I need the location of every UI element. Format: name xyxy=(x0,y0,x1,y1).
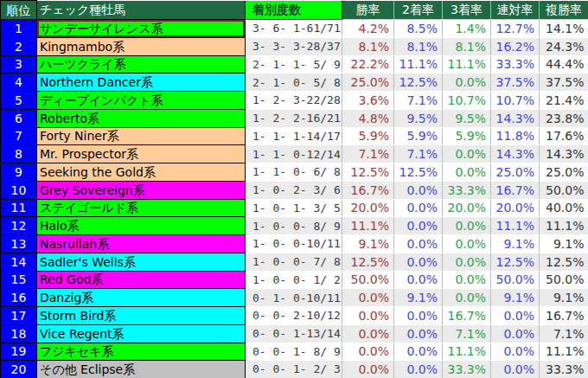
third-rate-cell: 0.0% xyxy=(443,289,491,307)
sire-name-cell[interactable]: Danzig系 xyxy=(37,289,246,307)
third-rate-cell: 5.9% xyxy=(443,127,491,145)
finish-counts-cell: 1- 0- 0- 1/ 2 xyxy=(246,271,342,289)
win-rate-cell: 20.0% xyxy=(342,199,394,217)
rank-cell: 17 xyxy=(1,307,37,325)
table-row: 4 Northern Dancer系 2- 1- 0- 5/ 8 25.0% 1… xyxy=(1,74,588,92)
win-rate-cell: 5.9% xyxy=(342,127,394,145)
sire-name-cell[interactable]: Nasrullah系 xyxy=(37,235,246,253)
top2-rate-cell: 0.0% xyxy=(491,361,540,378)
table-row: 19 フジキセキ系 0- 0- 1- 8/ 9 0.0% 0.0% 11.1% … xyxy=(1,343,588,361)
top3-rate-cell: 50.0% xyxy=(540,181,588,199)
third-rate-cell: 16.7% xyxy=(443,307,491,325)
top2-rate-cell: 11.1% xyxy=(491,217,540,235)
second-rate-cell: 9.5% xyxy=(394,109,443,127)
top2-rate-cell: 33.3% xyxy=(491,55,540,74)
third-rate-cell: 20.0% xyxy=(443,199,491,217)
finish-counts-cell: 1- 0- 0-10/11 xyxy=(246,235,342,253)
top2-rate-cell: 0.0% xyxy=(491,307,540,325)
sire-name-cell[interactable]: Sadler's Wells系 xyxy=(37,253,246,271)
sire-name-cell[interactable]: Vice Regent系 xyxy=(37,324,246,343)
third-rate-cell: 10.7% xyxy=(443,92,491,110)
sire-name-cell[interactable]: ハーツクライ系 xyxy=(37,55,246,74)
sire-name-cell[interactable]: ディープインパクト系 xyxy=(37,92,246,110)
sire-name-cell[interactable]: フジキセキ系 xyxy=(37,343,246,361)
second-rate-cell: 0.0% xyxy=(394,235,443,253)
sire-name-cell[interactable]: Red God系 xyxy=(37,271,246,289)
table-row: 15 Red God系 1- 0- 0- 1/ 2 50.0% 0.0% 0.0… xyxy=(1,271,588,289)
rank-cell: 12 xyxy=(1,217,37,235)
column-header-top2-rate[interactable]: 連対率 xyxy=(491,1,540,20)
top3-rate-cell: 40.0% xyxy=(540,199,588,217)
sire-name-cell[interactable]: Seeking the Gold系 xyxy=(37,163,246,182)
third-rate-cell: 7.1% xyxy=(443,324,491,343)
top3-rate-cell: 7.1% xyxy=(540,324,588,343)
sire-name-cell[interactable]: その他 Eclipse系 xyxy=(37,361,246,378)
win-rate-cell: 25.0% xyxy=(342,74,394,92)
column-header-win-rate[interactable]: 勝率 xyxy=(342,1,394,20)
rank-cell: 20 xyxy=(1,361,37,378)
second-rate-cell: 12.5% xyxy=(394,163,443,182)
finish-counts-cell: 1- 0- 0- 8/ 9 xyxy=(246,217,342,235)
finish-counts-cell: 1- 2- 3-22/28 xyxy=(246,92,342,110)
sire-line-stats-table: 順位 チェック種牡馬 着別度数 勝率 2着率 3着率 連対率 複勝率 1 サンデ… xyxy=(0,0,588,378)
finish-counts-cell: 1- 0- 1- 3/ 5 xyxy=(246,199,342,217)
top3-rate-cell: 11.1% xyxy=(540,343,588,361)
column-header-top3-rate[interactable]: 複勝率 xyxy=(540,1,588,20)
top3-rate-cell: 9.1% xyxy=(540,289,588,307)
top3-rate-cell: 25.0% xyxy=(540,163,588,182)
sire-name-cell[interactable]: Mr. Prospector系 xyxy=(37,145,246,163)
table-row: 11 ステイゴールド系 1- 0- 1- 3/ 5 20.0% 0.0% 20.… xyxy=(1,199,588,217)
top3-rate-cell: 37.5% xyxy=(540,74,588,92)
sire-name-cell[interactable]: Grey Sovereign系 xyxy=(37,181,246,199)
win-rate-cell: 0.0% xyxy=(342,343,394,361)
second-rate-cell: 12.5% xyxy=(394,74,443,92)
top2-rate-cell: 9.1% xyxy=(491,235,540,253)
top2-rate-cell: 0.0% xyxy=(491,343,540,361)
sire-name-cell[interactable]: ステイゴールド系 xyxy=(37,199,246,217)
table-row: 14 Sadler's Wells系 1- 0- 0- 7/ 8 12.5% 0… xyxy=(1,253,588,271)
table-row: 20 その他 Eclipse系 0- 0- 1- 2/ 3 0.0% 0.0% … xyxy=(1,361,588,378)
top3-rate-cell: 17.6% xyxy=(540,127,588,145)
table-row: 5 ディープインパクト系 1- 2- 3-22/28 3.6% 7.1% 10.… xyxy=(1,92,588,110)
win-rate-cell: 3.6% xyxy=(342,92,394,110)
sire-name-cell[interactable]: サンデーサイレンス系 xyxy=(37,20,246,38)
table-row: 9 Seeking the Gold系 1- 1- 0- 6/ 8 12.5% … xyxy=(1,163,588,182)
third-rate-cell: 33.3% xyxy=(443,181,491,199)
sire-name-cell[interactable]: Storm Bird系 xyxy=(37,307,246,325)
top2-rate-cell: 9.1% xyxy=(491,289,540,307)
sire-name-cell[interactable]: Forty Niner系 xyxy=(37,127,246,145)
finish-counts-cell: 0- 0- 1- 8/ 9 xyxy=(246,343,342,361)
win-rate-cell: 0.0% xyxy=(342,289,394,307)
rank-cell: 5 xyxy=(1,92,37,110)
column-header-sire-name[interactable]: チェック種牡馬 xyxy=(37,1,246,20)
column-header-third-rate[interactable]: 3着率 xyxy=(443,1,491,20)
top3-rate-cell: 16.7% xyxy=(540,307,588,325)
third-rate-cell: 8.1% xyxy=(443,37,491,55)
sire-name-cell[interactable]: Northern Dancer系 xyxy=(37,74,246,92)
finish-counts-cell: 0- 0- 1- 2/ 3 xyxy=(246,361,342,378)
column-header-finish-counts[interactable]: 着別度数 xyxy=(246,1,342,20)
header-row: 順位 チェック種牡馬 着別度数 勝率 2着率 3着率 連対率 複勝率 xyxy=(1,1,588,20)
sire-name-cell[interactable]: Roberto系 xyxy=(37,109,246,127)
column-header-rank[interactable]: 順位 xyxy=(1,1,37,20)
top2-rate-cell: 25.0% xyxy=(491,163,540,182)
rank-cell: 1 xyxy=(1,20,37,38)
rank-cell: 15 xyxy=(1,271,37,289)
second-rate-cell: 0.0% xyxy=(394,343,443,361)
top2-rate-cell: 12.5% xyxy=(491,253,540,271)
table-row: 3 ハーツクライ系 2- 1- 1- 5/ 9 22.2% 11.1% 11.1… xyxy=(1,55,588,74)
table-row: 7 Forty Niner系 1- 1- 1-14/17 5.9% 5.9% 5… xyxy=(1,127,588,145)
sire-name-cell[interactable]: Kingmambo系 xyxy=(37,37,246,55)
rank-cell: 18 xyxy=(1,324,37,343)
second-rate-cell: 0.0% xyxy=(394,324,443,343)
top3-rate-cell: 14.3% xyxy=(540,145,588,163)
rank-cell: 13 xyxy=(1,235,37,253)
second-rate-cell: 7.1% xyxy=(394,92,443,110)
third-rate-cell: 0.0% xyxy=(443,145,491,163)
second-rate-cell: 0.0% xyxy=(394,253,443,271)
top3-rate-cell: 24.3% xyxy=(540,37,588,55)
sire-name-cell[interactable]: Halo系 xyxy=(37,217,246,235)
column-header-second-rate[interactable]: 2着率 xyxy=(394,1,443,20)
top2-rate-cell: 12.7% xyxy=(491,20,540,38)
win-rate-cell: 4.8% xyxy=(342,109,394,127)
